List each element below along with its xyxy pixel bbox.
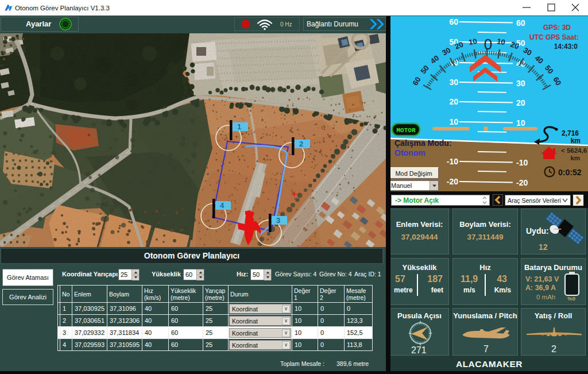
svg-text:-20: -20: [447, 177, 458, 186]
svg-text:10: 10: [468, 37, 478, 47]
svg-text:10: 10: [496, 37, 506, 47]
svg-text:10: 10: [449, 117, 458, 126]
svg-text:20: 20: [516, 98, 525, 107]
svg-text:Çalışma Modu:: Çalışma Modu:: [394, 138, 452, 148]
svg-text:1: 1: [237, 122, 241, 131]
svg-text:GPS: 3D: GPS: 3D: [543, 24, 571, 32]
svg-text:30: 30: [516, 79, 525, 88]
svg-text:-20: -20: [516, 178, 528, 187]
svg-text:20: 20: [449, 97, 458, 106]
svg-text:-10: -10: [516, 158, 528, 167]
svg-text:0:0:52: 0:0:52: [558, 168, 582, 177]
svg-text:0: 0: [484, 36, 492, 53]
svg-text:60: 60: [516, 18, 525, 28]
svg-text:3: 3: [276, 216, 280, 225]
svg-text:10: 10: [516, 118, 525, 128]
svg-text:2,716: 2,716: [562, 129, 579, 137]
svg-text:30: 30: [449, 78, 458, 87]
svg-text:4: 4: [220, 201, 225, 210]
svg-text:Otonom: Otonom: [394, 148, 425, 157]
svg-text:km: km: [571, 137, 581, 145]
svg-text:km: km: [570, 155, 580, 161]
svg-text:MOTOR: MOTOR: [396, 127, 415, 134]
svg-text:60: 60: [449, 17, 458, 26]
svg-text:14:43:0: 14:43:0: [554, 43, 578, 51]
svg-text:2: 2: [299, 140, 303, 148]
svg-text:UTC GPS Saat:: UTC GPS Saat:: [529, 33, 579, 41]
svg-text:%0: %0: [567, 295, 575, 302]
svg-text:-10: -10: [447, 157, 458, 166]
svg-text:< 5624,6: < 5624,6: [561, 147, 587, 154]
